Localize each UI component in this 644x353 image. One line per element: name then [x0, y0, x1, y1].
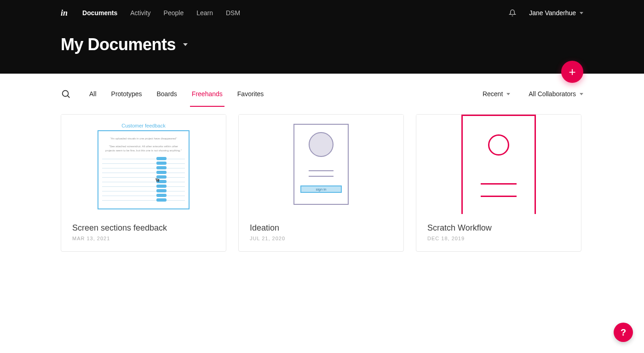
help-button[interactable]: ?	[614, 323, 633, 342]
tab-favorites[interactable]: Favorites	[237, 87, 264, 101]
document-title: Screen sections feedback	[72, 223, 215, 233]
document-card[interactable]: Customer feedback "An uploaded visuals i…	[61, 114, 226, 252]
nav-learn[interactable]: Learn	[196, 9, 213, 17]
document-date: JUL 21, 2020	[250, 236, 392, 241]
sort-dropdown[interactable]: Recent	[483, 90, 510, 98]
document-card[interactable]: Scratch Workflow DEC 18, 2019	[416, 114, 581, 252]
thumb-button-label: sign in	[300, 185, 342, 193]
thumb-quote: "An uploaded visuals in one project have…	[102, 135, 185, 143]
question-mark-icon: ?	[621, 327, 626, 338]
pointer-cursor-icon	[155, 177, 161, 186]
caret-down-icon	[506, 93, 510, 95]
notifications-bell-icon[interactable]	[509, 9, 516, 17]
nav-dsm[interactable]: DSM	[226, 9, 240, 17]
svg-line-1	[68, 96, 69, 98]
nav-documents[interactable]: Documents	[82, 9, 117, 17]
filter-tabs: All Prototypes Boards Freehands Favorite…	[89, 87, 483, 101]
nav-people[interactable]: People	[164, 9, 184, 17]
search-icon[interactable]	[61, 89, 71, 99]
tab-boards[interactable]: Boards	[157, 87, 177, 101]
document-thumbnail	[416, 115, 581, 214]
tab-all[interactable]: All	[89, 87, 97, 101]
document-thumbnail: sign in	[239, 115, 403, 214]
plus-icon: +	[569, 66, 575, 78]
tab-prototypes[interactable]: Prototypes	[111, 87, 142, 101]
invision-logo[interactable]: in	[61, 8, 68, 18]
document-title: Scratch Workflow	[427, 223, 570, 233]
sort-label: Recent	[483, 90, 503, 98]
collab-label: All Collaborators	[529, 90, 576, 98]
document-title: Ideation	[250, 223, 392, 233]
thumb-heading: Customer feedback	[98, 123, 189, 128]
caret-down-icon	[580, 93, 583, 95]
document-date: DEC 18, 2019	[427, 236, 570, 241]
caret-down-icon	[580, 12, 583, 14]
svg-point-0	[63, 91, 69, 97]
top-nav: Documents Activity People Learn DSM	[82, 9, 509, 17]
document-grid: Customer feedback "An uploaded visuals i…	[0, 114, 644, 252]
thumb-quote: "See attached screenshot. All other artw…	[102, 143, 185, 155]
user-name: Jane Vanderhue	[529, 9, 576, 17]
page-title-dropdown-icon[interactable]	[183, 43, 188, 46]
document-card[interactable]: sign in Ideation JUL 21, 2020	[238, 114, 404, 252]
nav-activity[interactable]: Activity	[130, 9, 150, 17]
create-new-button[interactable]: +	[561, 61, 583, 83]
document-thumbnail: Customer feedback "An uploaded visuals i…	[61, 115, 226, 214]
collaborators-dropdown[interactable]: All Collaborators	[529, 90, 583, 98]
tab-freehands[interactable]: Freehands	[192, 87, 223, 101]
document-date: MAR 13, 2021	[72, 236, 215, 241]
user-menu[interactable]: Jane Vanderhue	[529, 9, 583, 17]
page-title: My Documents	[61, 35, 176, 54]
